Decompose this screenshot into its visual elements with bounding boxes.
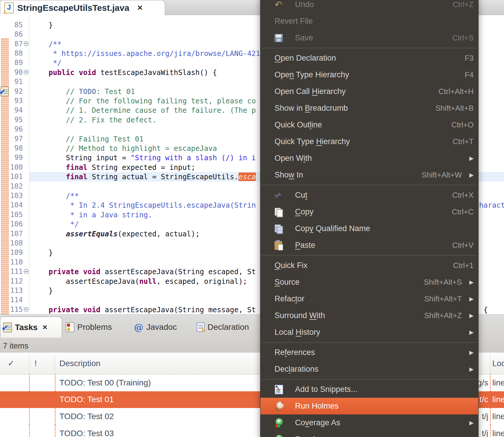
menu-item-revert-file[interactable]: Revert File — [260, 13, 478, 30]
column-separator — [55, 425, 56, 437]
line-number: 92 — [6, 87, 23, 96]
tab-problems[interactable]: Problems — [66, 317, 112, 338]
menu-shortcut: Ctrl+X — [452, 191, 474, 200]
column-separator — [29, 408, 30, 425]
task-marker-icon — [1, 86, 9, 96]
tab-stringescapeutilstest-java[interactable]: StringEscapeUtilsTest.java ✕ — [0, 0, 165, 15]
menu-item-cut[interactable]: ✂CutCtrl+X — [260, 187, 478, 204]
run-icon — [275, 435, 295, 437]
menu-shortcut: Ctrl+O — [451, 120, 474, 129]
line-number: 85 — [6, 20, 23, 30]
header-location[interactable]: Location — [492, 353, 504, 374]
fold-collapse-icon[interactable] — [24, 70, 29, 75]
menu-separator — [261, 185, 478, 185]
header-description[interactable]: Description — [59, 353, 100, 374]
menu-item-refactor[interactable]: RefactorShift+Alt+T▶ — [260, 291, 478, 307]
submenu-arrow-icon: ▶ — [466, 419, 474, 426]
fold-collapse-icon[interactable] — [24, 41, 29, 46]
menu-item-save[interactable]: SaveCtrl+S — [260, 30, 478, 46]
menu-item-label: References — [275, 348, 315, 357]
menu-item-label: Cut — [295, 191, 307, 200]
line-number: 96 — [6, 124, 23, 134]
menu-item-quick-fix[interactable]: Quick FixCtrl+1 — [260, 257, 478, 274]
menu-item-declarations[interactable]: Declarations▶ — [260, 361, 478, 378]
menu-item-local-history[interactable]: Local History▶ — [260, 324, 478, 341]
menu-item-copy-qualified-name[interactable]: Copy Qualified Name — [260, 220, 478, 237]
submenu-arrow-icon: ▶ — [466, 329, 474, 336]
menu-item-open-type-hierarchy[interactable]: Open Type HierarchyF4 — [260, 66, 478, 83]
eclipse-ide-window: { "editor": { "tab": { "title": "StringE… — [0, 0, 504, 437]
cut-icon: ✂ — [275, 190, 295, 200]
menu-item-show-in[interactable]: Show InShift+Alt+W▶ — [260, 167, 478, 183]
fold-collapse-icon[interactable] — [24, 269, 29, 274]
menu-item-references[interactable]: References▶ — [260, 344, 478, 361]
submenu-arrow-icon: ▶ — [466, 155, 474, 162]
tab-declaration[interactable]: Declaration — [197, 317, 249, 338]
menu-item-label: Quick Fix — [275, 261, 308, 270]
menu-item-coverage-as[interactable]: Coverage As▶ — [260, 414, 478, 431]
line-number: 110 — [6, 257, 23, 267]
menu-item-label: Open Call Hierarchy — [275, 87, 346, 96]
menu-item-label: Revert File — [275, 17, 313, 26]
header-completed[interactable]: ✓ — [8, 353, 14, 374]
menu-shortcut: F3 — [465, 54, 474, 63]
menu-item-open-declaration[interactable]: Open DeclarationF3 — [260, 50, 478, 66]
item-count-label: 7 items — [3, 342, 28, 351]
menu-item-quick-type-hierarchy[interactable]: Quick Type HierarchyCtrl+T — [260, 133, 478, 150]
tab-javadoc-label: Javadoc — [146, 322, 177, 332]
menu-item-label: Source — [275, 278, 300, 287]
column-separator — [490, 408, 491, 425]
menu-item-add-to-snippets[interactable]: Add to Snippets... — [260, 381, 478, 398]
task-description: TODO: Test 02 — [59, 408, 114, 425]
coverage-icon — [275, 418, 295, 428]
task-path-fragment: t/j — [482, 408, 488, 425]
menu-shortcut: Shift+Alt+B — [436, 104, 474, 113]
menu-item-copy[interactable]: CopyCtrl+C — [260, 204, 478, 220]
line-number: 107 — [6, 229, 23, 239]
menu-item-label: Open Declaration — [275, 54, 336, 63]
task-description: TODO: Test 01 — [59, 391, 114, 408]
task-location-fragment: line — [492, 425, 504, 437]
tab-close-icon[interactable]: ✕ — [137, 4, 143, 12]
menu-item-open-call-hierarchy[interactable]: Open Call HierarchyCtrl+Alt+H — [260, 83, 478, 100]
column-separator — [55, 374, 56, 391]
column-separator — [55, 408, 56, 425]
column-separator — [490, 425, 491, 437]
menu-item-paste[interactable]: PasteCtrl+V — [260, 237, 478, 254]
menu-item-run-holmes[interactable]: Run Holmes — [260, 398, 478, 414]
line-number: 99 — [6, 153, 23, 163]
menu-item-source[interactable]: SourceShift+Alt+S▶ — [260, 274, 478, 291]
menu-item-show-in-breadcrumb[interactable]: Show in BreadcrumbShift+Alt+B — [260, 100, 478, 117]
menu-shortcut: Shift+Alt+W — [422, 170, 462, 180]
menu-item-label: Copy — [295, 207, 313, 216]
tab-javadoc[interactable]: @ Javadoc — [134, 317, 177, 338]
menu-item-undo[interactable]: ↶UndoCtrl+Z — [260, 0, 478, 13]
header-priority[interactable]: ! — [35, 353, 37, 374]
line-number: 90 — [6, 68, 23, 77]
tab-tasks-close-icon[interactable]: ✕ — [42, 324, 47, 331]
task-description: TODO: Test 03 — [59, 425, 114, 437]
menu-shortcut: Ctrl+1 — [453, 261, 474, 270]
task-location-fragment: line — [492, 408, 504, 425]
line-number: 98 — [6, 144, 23, 153]
undo-icon: ↶ — [275, 0, 295, 10]
editor-context-menu: ↶UndoCtrl+ZRevert FileSaveCtrl+SOpen Dec… — [260, 0, 479, 437]
menu-shortcut: Ctrl+Z — [453, 0, 474, 9]
copy-icon — [275, 208, 295, 216]
menu-item-label: Open Type Hierarchy — [275, 70, 349, 79]
declaration-icon — [197, 322, 205, 332]
menu-item-label: Run As — [295, 435, 320, 437]
line-number: 106 — [6, 219, 23, 229]
menu-item-quick-outline[interactable]: Quick OutlineCtrl+O — [260, 117, 478, 133]
fold-collapse-icon[interactable] — [24, 307, 29, 312]
menu-item-run-as[interactable]: Run As▶ — [260, 431, 478, 437]
menu-item-open-with[interactable]: Open With▶ — [260, 150, 478, 167]
menu-separator — [261, 255, 478, 256]
menu-item-surround-with[interactable]: Surround WithShift+Alt+Z▶ — [260, 307, 478, 324]
line-number: 114 — [6, 295, 23, 305]
tab-tasks[interactable]: Tasks ✕ — [0, 317, 62, 338]
line-number: 95 — [6, 115, 23, 125]
submenu-arrow-icon: ▶ — [466, 279, 474, 286]
java-file-warning-icon — [4, 2, 14, 13]
snippet-icon — [275, 385, 295, 395]
